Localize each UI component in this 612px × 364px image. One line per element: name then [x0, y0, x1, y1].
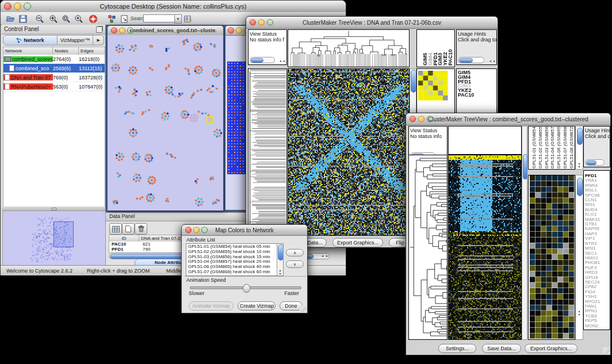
move-attribute-down-button[interactable]: ∨: [286, 260, 304, 268]
search-dropdown-button[interactable]: ▼: [174, 14, 182, 24]
network-row[interactable]: DNA and Tran 07769(0)183728(0): [3, 73, 105, 82]
minimize-icon[interactable]: [418, 116, 424, 122]
scroll-down-icon[interactable]: ▾: [576, 313, 583, 316]
zoom-window-icon[interactable]: [24, 3, 31, 10]
tv1-status-scrollbar[interactable]: [250, 57, 275, 63]
zoom-selected-button[interactable]: [72, 14, 85, 24]
tv2-row-dendrogram-canvas[interactable]: [409, 155, 447, 339]
close-icon[interactable]: [185, 227, 192, 233]
tv2-zoom-vscrollbar[interactable]: ▴ ▾: [575, 175, 583, 340]
scroll-down-icon[interactable]: ▾: [277, 272, 283, 275]
column-header-edges[interactable]: Edges: [79, 47, 105, 55]
close-icon[interactable]: [228, 28, 234, 34]
background-window-titlebar[interactable]: [225, 26, 248, 36]
map-dialog-titlebar[interactable]: Map Colors to Network: [182, 225, 307, 236]
tv1-column-dendrogram[interactable]: [288, 29, 410, 67]
attribute-list-vscrollbar[interactable]: ▴ ▾: [277, 244, 283, 275]
minimize-icon[interactable]: [236, 28, 242, 34]
tv1-heatmap[interactable]: [288, 68, 410, 236]
attribute-listbox[interactable]: GPL51-01 (GSM854) heat shock 05 minGPL51…: [186, 243, 284, 276]
column-header-nodes[interactable]: Nodes: [53, 47, 79, 55]
zoom-out-button[interactable]: [33, 14, 46, 24]
scroll-left-icon[interactable]: ◂: [280, 59, 281, 63]
tv2-zoom-heatmap[interactable]: [528, 175, 575, 340]
tv1-hints-scrollbar[interactable]: [458, 57, 484, 63]
scroll-left-icon[interactable]: ◂: [489, 59, 491, 63]
treeview2-titlebar[interactable]: ClusterMaker TreeView : combined_scores_…: [406, 113, 610, 125]
scroll-right-icon[interactable]: ▸: [284, 59, 285, 63]
attribute-editor-button[interactable]: [182, 14, 194, 24]
dense-network-canvas[interactable]: [227, 62, 248, 174]
minimize-icon[interactable]: [14, 3, 21, 10]
scroll-left-icon[interactable]: ◂: [322, 254, 323, 258]
main-titlebar[interactable]: Cytoscape Desktop (Session Name: collins…: [1, 1, 346, 13]
tv1-row-dendrogram[interactable]: [248, 68, 287, 236]
resize-grip[interactable]: [300, 305, 307, 312]
close-icon[interactable]: [250, 20, 256, 26]
attribute-item[interactable]: GPL51-07 (GSM868) heat shock 60 min: [186, 270, 277, 275]
id-column-header[interactable]: ID: [109, 235, 139, 242]
save-session-button[interactable]: [17, 14, 29, 24]
tab-network[interactable]: Network: [3, 35, 58, 45]
tv1-heatmap-canvas[interactable]: [288, 69, 409, 235]
scroll-down-icon[interactable]: ▾: [576, 165, 583, 168]
tv2-row-dendrogram[interactable]: [408, 155, 447, 340]
network-canvas[interactable]: [108, 35, 223, 210]
background-window-controls[interactable]: [228, 28, 248, 34]
search-input[interactable]: [143, 14, 175, 22]
export-graphics-button[interactable]: Export Graphics...: [525, 344, 577, 353]
close-icon[interactable]: [4, 3, 12, 10]
tv1-zoom-heatmap-canvas[interactable]: [418, 71, 448, 101]
float-panel-icon[interactable]: [96, 26, 102, 33]
close-icon[interactable]: [410, 116, 416, 122]
settings-button[interactable]: Settings...: [438, 344, 476, 353]
animate-vizmap-button[interactable]: Animate Vizmap: [189, 301, 234, 311]
close-icon[interactable]: [111, 28, 117, 34]
tv1-row-dendrogram-canvas[interactable]: [248, 69, 286, 235]
zoom-fit-button[interactable]: [60, 14, 72, 24]
tv2-column-dendrogram[interactable]: [448, 126, 522, 155]
tv2-zoom-heatmap-canvas[interactable]: [529, 175, 575, 339]
help-button[interactable]: [87, 14, 100, 24]
minimize-icon[interactable]: [193, 227, 200, 233]
tv1-gene-item[interactable]: PAC10: [457, 93, 496, 98]
move-attribute-up-button[interactable]: ∧: [286, 249, 304, 256]
scroll-right-icon[interactable]: ▸: [326, 254, 328, 258]
treeview1-titlebar[interactable]: ClusterMaker TreeView : DNA and Tran 07-…: [246, 17, 498, 29]
resize-grip[interactable]: [603, 347, 610, 354]
birdseye-view[interactable]: [2, 210, 106, 266]
map-dialog-window-controls[interactable]: [185, 227, 208, 233]
tv2-heatmap-canvas[interactable]: [449, 155, 521, 339]
export-graphics-button[interactable]: Export Graphics...: [332, 238, 383, 247]
treeview2-window-controls[interactable]: [410, 116, 433, 122]
panel-divider[interactable]: [2, 206, 105, 210]
window-controls[interactable]: [4, 3, 31, 10]
tv2-hints-scrollbar[interactable]: [585, 159, 605, 166]
create-vizmap-button[interactable]: Create Vizmap: [238, 301, 276, 311]
new-attribute-button[interactable]: [122, 223, 135, 235]
animation-speed-slider[interactable]: [190, 286, 301, 289]
tv1-column-dendrogram-canvas[interactable]: [288, 30, 409, 67]
network-view-window-controls[interactable]: [111, 28, 133, 34]
tv2-collabel-scrollbar[interactable]: ▴ ▾: [575, 126, 583, 170]
treeview1-window-controls[interactable]: [250, 20, 273, 26]
create-network-button[interactable]: [106, 14, 118, 24]
zoom-window-icon[interactable]: [427, 116, 433, 122]
tab-vizmapper[interactable]: VizMapper™: [58, 35, 93, 45]
tv2-gene-item[interactable]: MON2: [584, 324, 610, 328]
minimize-icon[interactable]: [119, 28, 125, 34]
open-file-button[interactable]: [4, 14, 17, 24]
minimize-icon[interactable]: [258, 20, 265, 26]
network-view-titlebar[interactable]: combined_scores_good.txt--cluste...: [108, 26, 223, 36]
birdseye-canvas[interactable]: [3, 211, 104, 265]
select-attributes-button[interactable]: [109, 223, 122, 235]
tab-overflow-button[interactable]: ▶: [93, 35, 104, 45]
slider-thumb[interactable]: [243, 284, 250, 293]
save-data-button[interactable]: Save Data...: [482, 344, 521, 353]
network-row[interactable]: RNAPuberNov2+563(0)107847(0): [3, 82, 105, 91]
network-row[interactable]: combined_scores_2764(0)16218(0): [3, 55, 105, 64]
zoom-window-icon[interactable]: [267, 20, 273, 26]
tv2-heatmap[interactable]: [448, 155, 522, 340]
done-button[interactable]: Done: [280, 301, 303, 311]
network-row[interactable]: combined_sco2569(6)13112(15): [3, 64, 105, 73]
